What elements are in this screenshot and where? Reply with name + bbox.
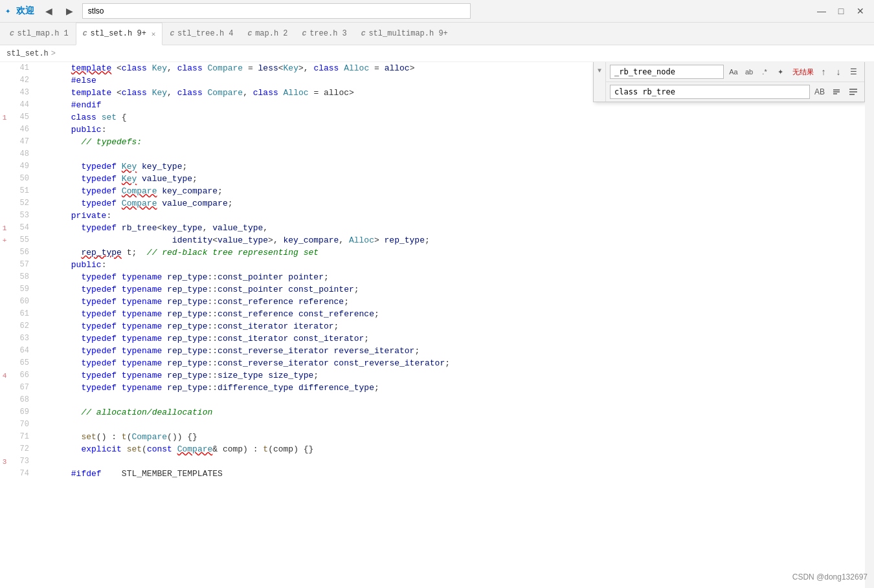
code-line-55: identity<value_type>, key_compare, Alloc…: [41, 234, 865, 246]
tab-bar: C stl_map.h 1 C stl_set.h 9+ ✕ C stl_tre…: [0, 23, 874, 45]
indicator-70: [0, 419, 9, 431]
indicator-73: 3: [0, 455, 9, 468]
indicator-57: [0, 259, 9, 271]
code-line-45: class set {: [41, 111, 865, 124]
forward-button[interactable]: ▶: [62, 3, 78, 19]
indicator-51: [0, 185, 9, 197]
replace-all-icon-btn[interactable]: [846, 85, 860, 99]
line-num-48: 48: [9, 148, 33, 160]
case-sensitive-icon-btn[interactable]: AB: [812, 85, 827, 99]
tab-stl_multimap[interactable]: C stl_multimap.h 9+: [354, 23, 455, 45]
indicator-48: [0, 148, 9, 160]
line-numbers: 41 42 43 44 45 46 47 48 49 50 51 52 53 5…: [9, 62, 38, 588]
tab-close-stl_set[interactable]: ✕: [151, 30, 156, 38]
search-row-2: AB: [606, 82, 864, 102]
search-prev-button[interactable]: ↑: [816, 65, 831, 79]
line-num-56: 56: [9, 246, 33, 259]
tab-map[interactable]: C map.h 2: [241, 23, 295, 45]
whole-word-button[interactable]: ab: [742, 65, 756, 79]
tab-label-tree: tree.h 3: [309, 29, 347, 38]
code-editor[interactable]: ▼ Aa ab .* ✦ 无结果 ↑: [38, 62, 865, 588]
indicator-71: [0, 431, 9, 443]
left-indicators: 1 1 + 4 3: [0, 62, 9, 588]
indicator-45: 1: [0, 111, 9, 124]
code-line-48: [41, 148, 865, 160]
tab-label-stl_map: stl_map.h 1: [17, 29, 69, 38]
breadcrumb-file[interactable]: stl_set.h: [6, 49, 49, 58]
code-line-64: typedef typename rep_type::const_reverse…: [41, 345, 865, 357]
maximize-button[interactable]: □: [833, 3, 849, 19]
code-line-50: typedef Key value_type;: [41, 173, 865, 185]
line-num-54: 54: [9, 222, 33, 234]
search-next-button[interactable]: ↓: [831, 65, 846, 79]
tab-icon-stl_tree: C: [170, 30, 174, 38]
indicator-56: [0, 246, 9, 259]
search-row-1: Aa ab .* ✦ 无结果 ↑ ↓ ☰: [606, 62, 864, 82]
indicator-50: [0, 173, 9, 185]
line-num-66: 66: [9, 369, 33, 382]
indicator-43: [0, 87, 9, 99]
replace-input-field[interactable]: [610, 85, 810, 99]
line-num-43: 43: [9, 87, 33, 99]
main-area: 1 1 + 4 3 41 42 43 44 45: [0, 62, 874, 588]
search-list-button[interactable]: ☰: [846, 65, 860, 79]
line-num-69: 69: [9, 406, 33, 419]
search-expand-arrow[interactable]: ▼: [595, 65, 604, 77]
match-case-button[interactable]: Aa: [726, 65, 741, 79]
code-line-62: typedef typename rep_type::const_iterato…: [41, 320, 865, 332]
tab-label-stl_multimap: stl_multimap.h 9+: [368, 29, 447, 38]
tab-label-map: map.h 2: [255, 29, 287, 38]
line-num-53: 53: [9, 210, 33, 222]
indicator-47: [0, 136, 9, 148]
line-num-61: 61: [9, 308, 33, 320]
indicator-60: [0, 296, 9, 308]
tab-icon-map: C: [248, 30, 252, 38]
regex-button[interactable]: .*: [757, 65, 772, 79]
code-line-53: private:: [41, 210, 865, 222]
line-num-68: 68: [9, 394, 33, 406]
code-line-61: typedef typename rep_type::const_referen…: [41, 308, 865, 320]
tab-label-stl_set: stl_set.h 9+: [90, 29, 146, 38]
tab-stl_map[interactable]: C stl_map.h 1: [3, 23, 76, 45]
search-options: Aa ab .* ✦: [726, 65, 787, 79]
tab-icon-tree: C: [302, 30, 307, 38]
indicator-66: 4: [0, 369, 9, 382]
code-line-57: public:: [41, 259, 865, 271]
breadcrumb: stl_set.h >: [0, 45, 874, 62]
indicator-49: [0, 160, 9, 173]
replace-svg-icon: [832, 87, 841, 96]
code-line-52: typedef Compare value_compare;: [41, 197, 865, 210]
tab-stl_set[interactable]: C stl_set.h 9+ ✕: [76, 23, 163, 45]
replace-icon-btn[interactable]: [829, 85, 844, 99]
address-bar[interactable]: [82, 3, 471, 19]
tab-stl_tree[interactable]: C stl_tree.h 4: [162, 23, 240, 45]
tab-icon-stl_multimap: C: [361, 30, 366, 38]
indicator-72: [0, 443, 9, 455]
scrollbar[interactable]: [865, 62, 874, 588]
search-nav: ↑ ↓ ☰: [816, 65, 860, 79]
line-num-58: 58: [9, 271, 33, 283]
minimize-button[interactable]: —: [813, 3, 830, 19]
indicator-69: [0, 406, 9, 419]
indicator-55: +: [0, 234, 9, 246]
code-line-66: typedef typename rep_type::size_type siz…: [41, 369, 865, 382]
line-num-62: 62: [9, 320, 33, 332]
extra-opt-button[interactable]: ✦: [773, 65, 787, 79]
line-num-60: 60: [9, 296, 33, 308]
code-line-74: #ifdef STL_MEMBER_TEMPLATES: [41, 468, 865, 480]
tab-icon-stl_set: C: [83, 30, 87, 38]
replace-all-svg-icon: [849, 87, 858, 96]
indicator-64: [0, 345, 9, 357]
close-button[interactable]: ✕: [852, 3, 869, 19]
search-input-field[interactable]: [610, 65, 724, 79]
line-num-41: 41: [9, 62, 33, 74]
tab-tree[interactable]: C tree.h 3: [295, 23, 354, 45]
line-num-50: 50: [9, 173, 33, 185]
indicator-67: [0, 382, 9, 394]
back-button[interactable]: ◀: [41, 3, 58, 19]
indicator-63: [0, 332, 9, 345]
code-line-60: typedef typename rep_type::const_referen…: [41, 296, 865, 308]
code-line-56: rep_type t; // red-black tree representi…: [41, 246, 865, 259]
indicator-74: [0, 468, 9, 480]
search-widget: ▼ Aa ab .* ✦ 无结果 ↑: [593, 62, 865, 102]
